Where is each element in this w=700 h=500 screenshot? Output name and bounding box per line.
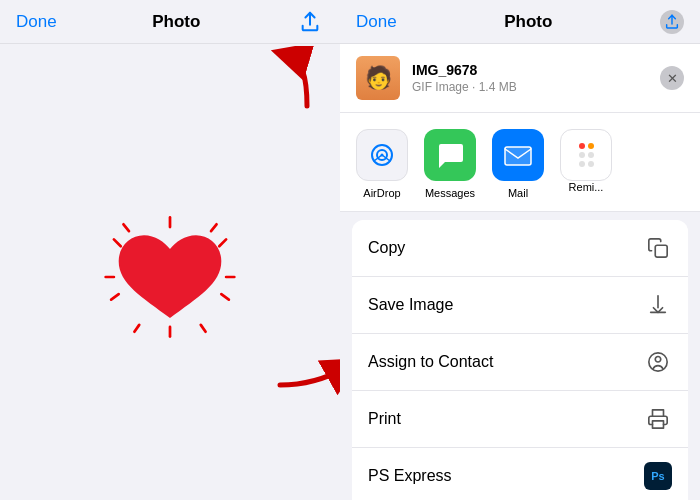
print-action[interactable]: Print (352, 391, 688, 448)
svg-line-3 (219, 239, 226, 246)
ps-express-action[interactable]: PS Express Ps (352, 448, 688, 500)
action-group-1: Copy Save Image Assign (352, 220, 688, 500)
airdrop-label: AirDrop (363, 187, 400, 199)
svg-line-2 (114, 239, 121, 246)
mail-item[interactable]: Mail (488, 129, 548, 199)
svg-line-7 (211, 224, 216, 231)
file-meta: GIF Image · 1.4 MB (412, 80, 660, 94)
share-button[interactable] (296, 8, 324, 36)
reminders-label: Remi... (569, 181, 604, 193)
svg-line-8 (111, 294, 119, 299)
copy-icon (644, 234, 672, 262)
svg-point-19 (655, 357, 661, 363)
svg-rect-17 (655, 245, 667, 257)
file-info: IMG_9678 GIF Image · 1.4 MB (412, 62, 660, 94)
ps-express-icon: Ps (644, 462, 672, 490)
assign-contact-icon (644, 348, 672, 376)
airdrop-icon (356, 129, 408, 181)
save-image-action[interactable]: Save Image (352, 277, 688, 334)
mail-icon (492, 129, 544, 181)
messages-icon (424, 129, 476, 181)
share-nav-share-icon[interactable] (660, 10, 684, 34)
copy-action[interactable]: Copy (352, 220, 688, 277)
done-button[interactable]: Done (16, 12, 57, 32)
reminders-item[interactable]: Remi... (556, 129, 616, 199)
assign-contact-action[interactable]: Assign to Contact (352, 334, 688, 391)
close-button[interactable]: ✕ (660, 66, 684, 90)
left-panel: Done Photo (0, 0, 340, 500)
reminders-icon (560, 129, 612, 181)
share-icon (299, 11, 321, 33)
arrow-to-share (242, 46, 322, 111)
save-image-label: Save Image (368, 296, 453, 314)
file-preview: 🧑 IMG_9678 GIF Image · 1.4 MB ✕ (340, 44, 700, 113)
photo-area (0, 44, 340, 500)
action-list: Copy Save Image Assign (340, 212, 700, 500)
right-panel: Done Photo 🧑 IMG_9678 GIF Image · 1.4 MB… (340, 0, 700, 500)
share-nav: Done Photo (340, 0, 700, 44)
file-thumbnail: 🧑 (356, 56, 400, 100)
share-done-button[interactable]: Done (356, 12, 397, 32)
svg-rect-15 (505, 147, 531, 165)
svg-rect-20 (653, 421, 664, 428)
svg-line-9 (221, 294, 229, 299)
heart-image (100, 212, 240, 342)
airdrop-item[interactable]: AirDrop (352, 129, 412, 199)
save-image-icon (644, 291, 672, 319)
mail-label: Mail (508, 187, 528, 199)
messages-label: Messages (425, 187, 475, 199)
svg-line-10 (134, 325, 139, 332)
thumbnail-image: 🧑 (356, 56, 400, 100)
svg-line-6 (123, 224, 128, 231)
ps-express-label: PS Express (368, 467, 452, 485)
app-icons-row: AirDrop Messages Mail (340, 113, 700, 212)
nav-bar: Done Photo (0, 0, 340, 44)
nav-title: Photo (152, 12, 200, 32)
messages-item[interactable]: Messages (420, 129, 480, 199)
svg-line-11 (201, 325, 206, 332)
assign-contact-label: Assign to Contact (368, 353, 493, 371)
copy-label: Copy (368, 239, 405, 257)
file-name: IMG_9678 (412, 62, 660, 78)
share-nav-title: Photo (504, 12, 552, 32)
print-label: Print (368, 410, 401, 428)
print-icon (644, 405, 672, 433)
